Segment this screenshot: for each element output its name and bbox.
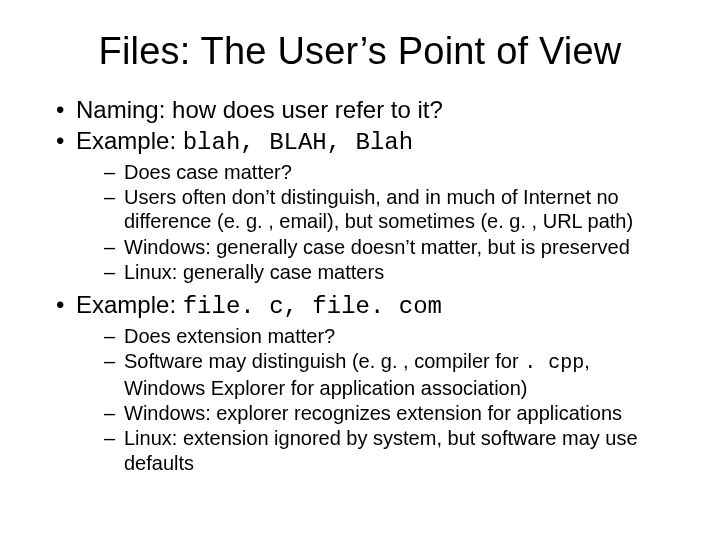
slide-title: Files: The User’s Point of View: [48, 30, 672, 73]
sub-item: Software may distinguish (e. g. , compil…: [104, 349, 672, 400]
bullet-list: Naming: how does user refer to it? Examp…: [48, 95, 672, 475]
sub-list-ext: Does extension matter? Software may dist…: [76, 324, 672, 475]
bullet-code: blah, BLAH, Blah: [183, 129, 413, 156]
sub-item: Windows: generally case doesn’t matter, …: [104, 235, 672, 259]
sub-text: Software may distinguish (e. g. , compil…: [124, 350, 524, 372]
bullet-prefix: Example:: [76, 291, 183, 318]
bullet-code: file. c, file. com: [183, 293, 442, 320]
sub-item: Does extension matter?: [104, 324, 672, 348]
sub-item: Does case matter?: [104, 160, 672, 184]
slide: Files: The User’s Point of View Naming: …: [0, 0, 720, 540]
sub-item: Linux: extension ignored by system, but …: [104, 426, 672, 475]
sub-list-case: Does case matter? Users often don’t dist…: [76, 160, 672, 285]
sub-code: . cpp: [524, 351, 584, 374]
bullet-example-case: Example: blah, BLAH, Blah Does case matt…: [56, 126, 672, 284]
bullet-example-ext: Example: file. c, file. com Does extensi…: [56, 290, 672, 475]
sub-item: Linux: generally case matters: [104, 260, 672, 284]
bullet-text: Naming: how does user refer to it?: [76, 96, 443, 123]
bullet-prefix: Example:: [76, 127, 183, 154]
sub-item: Users often don’t distinguish, and in mu…: [104, 185, 672, 234]
bullet-naming: Naming: how does user refer to it?: [56, 95, 672, 124]
sub-item: Windows: explorer recognizes extension f…: [104, 401, 672, 425]
